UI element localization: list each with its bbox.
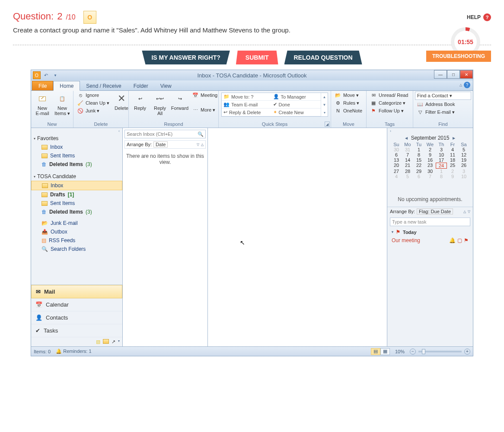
calendar-day[interactable]: 7 (402, 152, 413, 157)
check-answer-button[interactable]: IS MY ANSWER RIGHT? (142, 51, 230, 64)
calendar-day[interactable]: 5 (402, 174, 413, 179)
tab-home[interactable]: Home (53, 81, 80, 91)
quickstep-reply-delete[interactable]: ↩Reply & Delete (222, 109, 271, 116)
calendar-day[interactable]: 27 (391, 169, 402, 174)
folder-deleted[interactable]: 🗑Deleted Items (3) (31, 208, 122, 216)
folder-drafts[interactable]: Drafts [1] (31, 190, 122, 199)
module-calendar[interactable]: 📅Calendar (31, 298, 122, 311)
calendar-day[interactable]: 29 (413, 169, 424, 174)
status-reminders[interactable]: 🔔 Reminders: 1 (56, 349, 91, 354)
calendar-day[interactable]: 16 (424, 157, 436, 163)
submit-button[interactable]: SUBMIT (236, 51, 278, 64)
maximize-button[interactable]: □ (447, 70, 460, 79)
view-reading-button[interactable]: ▦ (380, 348, 390, 355)
date-navigator[interactable]: SuMoTuWeThFrSa30311234567891011121314151… (387, 142, 473, 179)
calendar-day[interactable]: 20 (391, 163, 402, 169)
calendar-day[interactable]: 6 (413, 174, 424, 179)
quickstep-move-to[interactable]: 📁Move to: ? (222, 93, 271, 101)
task-our-meeting[interactable]: Our meeting 🔔 ▢ ⚑ (387, 236, 473, 245)
find-contact-input[interactable]: Find a Contact ▾ (415, 92, 471, 100)
fav-deleted[interactable]: 🗑Deleted Items (3) (31, 160, 122, 169)
ignore-button[interactable]: ⦸Ignore (75, 92, 111, 99)
calendar-day[interactable]: 15 (413, 157, 424, 163)
onenote-button[interactable]: NOneNote (333, 107, 364, 114)
meeting-button[interactable]: 📅Meeting (190, 92, 219, 99)
delete-button[interactable]: ✕ Delete (112, 92, 131, 112)
navpane-collapse[interactable]: ‹ (31, 128, 122, 134)
filter-email-button[interactable]: ▽Filter E-mail ▾ (415, 109, 471, 115)
reply-all-button[interactable]: ↩↩Reply All (150, 92, 169, 117)
calendar-day[interactable]: 13 (391, 157, 402, 163)
quickstep-scroll-down[interactable]: ▼ (321, 101, 328, 109)
notes-mini-icon[interactable]: ▧ (96, 339, 100, 345)
quickstep-scroll-up[interactable]: ▲ (321, 93, 328, 101)
more-respond-button[interactable]: ⋯More ▾ (190, 106, 219, 113)
calendar-day[interactable]: 9 (424, 152, 436, 157)
zoom-in-button[interactable]: + (464, 349, 470, 355)
calendar-day[interactable]: 2 (447, 169, 458, 174)
zoom-slider[interactable] (418, 351, 462, 352)
calendar-day[interactable]: 5 (458, 147, 469, 152)
calendar-day[interactable]: 21 (402, 163, 413, 169)
quickstep-team-email[interactable]: 👥Team E-mail (222, 101, 271, 109)
next-month-button[interactable]: ▶ (453, 136, 455, 140)
tab-view[interactable]: View (154, 81, 178, 90)
quicksteps-dialog-launcher[interactable]: ◢ (325, 122, 330, 127)
calendar-day[interactable]: 8 (413, 152, 424, 157)
calendar-day[interactable]: 8 (436, 174, 447, 179)
calendar-day[interactable]: 7 (424, 174, 436, 179)
quickstep-create-new[interactable]: ✦Create New (271, 109, 321, 116)
module-tasks[interactable]: ✔Tasks (31, 324, 122, 337)
tab-file[interactable]: File (32, 81, 53, 90)
configure-buttons-icon[interactable]: ▾ (118, 339, 120, 345)
module-contacts[interactable]: 👤Contacts (31, 311, 122, 324)
calendar-day[interactable]: 10 (436, 152, 447, 157)
calendar-day[interactable]: 19 (458, 157, 469, 163)
calendar-day[interactable]: 3 (436, 147, 447, 152)
new-task-input[interactable]: Type a new task (390, 218, 470, 226)
cleanup-button[interactable]: 🧹Clean Up ▾ (75, 99, 111, 106)
address-book-button[interactable]: 📖Address Book (415, 101, 471, 108)
folder-inbox[interactable]: Inbox (31, 181, 122, 190)
new-items-button[interactable]: 📋 New Items ▾ (53, 92, 72, 117)
quickstep-to-manager[interactable]: 👤To Manager (271, 93, 321, 101)
close-button[interactable]: ✕ (460, 70, 473, 79)
calendar-day[interactable]: 31 (402, 147, 413, 152)
task-arrange-by[interactable]: Arrange By: Flag: Due Date △ ▽ (387, 207, 473, 216)
calendar-day[interactable]: 26 (458, 163, 469, 169)
calendar-day[interactable]: 18 (447, 157, 458, 163)
calendar-day[interactable]: 30 (391, 147, 402, 152)
tab-folder[interactable]: Folder (128, 81, 154, 90)
module-mail[interactable]: ✉Mail (31, 285, 122, 298)
calendar-day[interactable]: 17 (436, 157, 447, 163)
search-inbox-input[interactable]: Search Inbox (Ctrl+E) 🔍 (124, 130, 206, 138)
arrange-by-button[interactable]: Arrange By: Date ▽ △ (124, 140, 206, 149)
reload-question-button[interactable]: RELOAD QUESTION (284, 51, 362, 64)
help-link[interactable]: HELP ? (467, 13, 491, 21)
prev-month-button[interactable]: ◀ (405, 136, 408, 140)
fav-inbox[interactable]: Inbox (31, 143, 122, 151)
view-normal-button[interactable]: ▤ (371, 348, 380, 355)
calendar-day[interactable]: 23 (424, 163, 436, 169)
troubleshooting-button[interactable]: TROUBLESHOOTING (426, 51, 491, 62)
calendar-day[interactable]: 30 (424, 169, 436, 174)
fav-sent[interactable]: Sent Items (31, 151, 122, 160)
calendar-day[interactable]: 4 (447, 147, 458, 152)
calendar-day[interactable]: 3 (458, 169, 469, 174)
todobar-collapse[interactable]: › (387, 128, 473, 134)
calendar-day[interactable]: 10 (458, 174, 469, 179)
quickstep-expand[interactable]: ▾ (321, 109, 328, 116)
calendar-day[interactable]: 24 (436, 163, 447, 169)
favorites-header[interactable]: Favorites (31, 134, 122, 143)
calendar-day[interactable]: 22 (413, 163, 424, 169)
folder-sent[interactable]: Sent Items (31, 199, 122, 208)
calendar-day[interactable]: 9 (447, 174, 458, 179)
shortcuts-mini-icon[interactable]: ↗ (112, 339, 115, 345)
unread-read-button[interactable]: ✉Unread/ Read (368, 92, 410, 99)
folder-search[interactable]: 🔍Search Folders (31, 245, 122, 253)
follow-up-button[interactable]: ⚑Follow Up ▾ (368, 107, 410, 114)
forward-button[interactable]: ↪Forward (170, 92, 189, 112)
calendar-day[interactable]: 25 (447, 163, 458, 169)
folder-rss[interactable]: ▤RSS Feeds (31, 236, 122, 245)
calendar-day[interactable]: 12 (458, 152, 469, 157)
